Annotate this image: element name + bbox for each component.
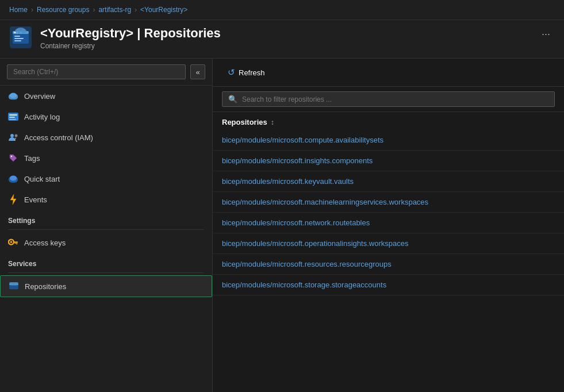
- svg-rect-31: [15, 243, 16, 244]
- repositories-column-label: Repositories: [222, 118, 267, 126]
- svg-point-10: [21, 29, 26, 33]
- content-area: ↺ Refresh 🔍 Repositories ↕ bicep/modules…: [213, 59, 564, 392]
- svg-point-21: [11, 156, 12, 157]
- repo-list: bicep/modules/microsoft.compute.availabi…: [213, 130, 564, 392]
- repo-list-item[interactable]: bicep/modules/microsoft.insights.compone…: [213, 151, 564, 171]
- repo-list-item[interactable]: bicep/modules/microsoft.resources.resour…: [213, 254, 564, 275]
- repo-link[interactable]: bicep/modules/microsoft.compute.availabi…: [222, 136, 383, 144]
- breadcrumb-resource-groups[interactable]: Resource groups: [37, 6, 89, 14]
- sidebar-item-label: Overview: [24, 92, 55, 101]
- refresh-icon: ↺: [228, 67, 235, 78]
- quickstart-icon: [8, 174, 18, 184]
- repo-link[interactable]: bicep/modules/microsoft.storage.storagea…: [222, 280, 386, 289]
- refresh-button[interactable]: ↺ Refresh: [222, 64, 271, 80]
- repo-link[interactable]: bicep/modules/microsoft.insights.compone…: [222, 156, 373, 165]
- registry-icon: [9, 26, 32, 49]
- repo-search-icon: 🔍: [228, 95, 237, 103]
- people-icon: [8, 132, 18, 143]
- sidebar-item-access-keys[interactable]: Access keys: [0, 232, 212, 253]
- svg-rect-29: [13, 242, 18, 243]
- bolt-icon: [8, 194, 18, 205]
- page-subtitle: Container registry: [40, 42, 221, 50]
- services-section-header: Services: [0, 253, 212, 270]
- main-layout: « Overview: [0, 59, 564, 392]
- svg-rect-30: [16, 243, 17, 245]
- sidebar-item-label: Events: [24, 195, 47, 204]
- sidebar-collapse-button[interactable]: «: [190, 64, 205, 79]
- svg-point-9: [15, 29, 21, 33]
- svg-rect-5: [14, 36, 20, 37]
- settings-section-header: Settings: [0, 210, 212, 227]
- page-title: <YourRegistry> | Repositories: [40, 26, 221, 41]
- sidebar-search-bar: «: [0, 59, 212, 86]
- repo-list-item[interactable]: bicep/modules/microsoft.machinelearnings…: [213, 192, 564, 213]
- sidebar-item-label: Tags: [24, 154, 40, 163]
- sidebar-item-overview[interactable]: Overview: [0, 86, 212, 106]
- repo-link[interactable]: bicep/modules/microsoft.network.routetab…: [222, 218, 370, 227]
- page-header: <YourRegistry> | Repositories Container …: [0, 20, 564, 59]
- breadcrumb-home[interactable]: Home: [9, 6, 28, 14]
- sidebar-item-label: Access keys: [24, 239, 66, 247]
- cloud-icon: [8, 91, 18, 101]
- sidebar-item-label: Access control (IAM): [24, 133, 93, 142]
- repo-list-item[interactable]: bicep/modules/microsoft.storage.storagea…: [213, 275, 564, 295]
- sidebar-item-access-control[interactable]: Access control (IAM): [0, 127, 212, 148]
- svg-rect-18: [9, 119, 16, 120]
- refresh-label: Refresh: [239, 68, 265, 77]
- svg-point-19: [10, 134, 14, 137]
- activity-log-icon: [8, 112, 18, 122]
- svg-point-20: [15, 134, 18, 137]
- sidebar-item-label: Quick start: [24, 175, 60, 183]
- svg-point-36: [13, 282, 18, 285]
- toolbar: ↺ Refresh: [213, 59, 564, 87]
- sidebar-item-events[interactable]: Events: [0, 189, 212, 210]
- repo-icon: [9, 281, 19, 291]
- svg-marker-26: [10, 194, 16, 205]
- key-icon: [8, 237, 18, 248]
- sidebar-item-label: Activity log: [24, 113, 60, 121]
- sidebar-search-input[interactable]: [7, 64, 186, 79]
- svg-rect-17: [9, 117, 15, 118]
- repo-search-inner: 🔍: [222, 91, 555, 107]
- repo-search-container: 🔍: [213, 87, 564, 112]
- repo-link[interactable]: bicep/modules/microsoft.machinelearnings…: [222, 198, 428, 206]
- repo-list-item[interactable]: bicep/modules/microsoft.compute.availabi…: [213, 130, 564, 151]
- header-text: <YourRegistry> | Repositories Container …: [40, 26, 221, 50]
- repo-link[interactable]: bicep/modules/microsoft.keyvault.vaults: [222, 177, 354, 186]
- sort-icon[interactable]: ↕: [271, 118, 274, 126]
- repo-list-header: Repositories ↕: [213, 112, 564, 130]
- svg-point-25: [10, 176, 17, 181]
- settings-divider: [8, 229, 204, 230]
- breadcrumb-your-registry[interactable]: <YourRegistry>: [140, 6, 187, 14]
- services-divider: [8, 272, 204, 273]
- sidebar-item-quick-start[interactable]: Quick start: [0, 168, 212, 189]
- repo-list-item[interactable]: bicep/modules/microsoft.operationalinsig…: [213, 233, 564, 254]
- svg-rect-6: [14, 38, 24, 39]
- repo-link[interactable]: bicep/modules/microsoft.resources.resour…: [222, 260, 392, 268]
- svg-point-14: [10, 93, 17, 98]
- sidebar-item-tags[interactable]: Tags: [0, 148, 212, 168]
- svg-point-28: [10, 241, 13, 244]
- tag-icon: [8, 153, 18, 163]
- sidebar-item-activity-log[interactable]: Activity log: [0, 106, 212, 127]
- breadcrumb-artifacts-rg[interactable]: artifacts-rg: [98, 6, 131, 14]
- sidebar: « Overview: [0, 59, 213, 392]
- breadcrumb: Home › Resource groups › artifacts-rg › …: [0, 0, 564, 20]
- repo-list-item[interactable]: bicep/modules/microsoft.keyvault.vaults: [213, 171, 564, 192]
- sidebar-item-repositories[interactable]: Repositories: [0, 275, 212, 297]
- repo-filter-input[interactable]: [242, 95, 548, 103]
- sidebar-item-label: Repositories: [25, 282, 66, 291]
- more-options-button[interactable]: ···: [537, 26, 555, 43]
- repo-list-item[interactable]: bicep/modules/microsoft.network.routetab…: [213, 213, 564, 233]
- svg-rect-16: [9, 114, 17, 116]
- repo-link[interactable]: bicep/modules/microsoft.operationalinsig…: [222, 239, 408, 248]
- svg-rect-7: [14, 40, 21, 41]
